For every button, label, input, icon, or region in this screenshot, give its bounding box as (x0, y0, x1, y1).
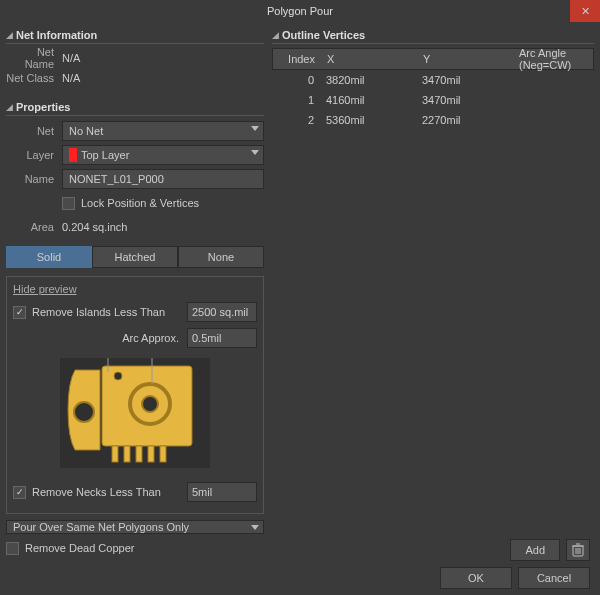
layer-combo-value: Top Layer (81, 149, 129, 161)
svg-point-4 (142, 396, 158, 412)
svg-rect-10 (160, 446, 166, 462)
name-input-value: NONET_L01_P000 (69, 173, 164, 185)
pour-over-value: Pour Over Same Net Polygons Only (13, 521, 189, 533)
lock-position-checkbox-row[interactable]: Lock Position & Vertices (62, 193, 199, 213)
arc-approx-label: Arc Approx. (32, 332, 187, 344)
net-name-value: N/A (62, 52, 80, 64)
arc-approx-input[interactable]: 0.5mil (187, 328, 257, 348)
vertices-table-header: Index X Y Arc Angle (Neg=CW) (272, 48, 594, 70)
net-label: Net (6, 125, 62, 137)
remove-islands-checkbox[interactable] (13, 306, 26, 319)
dialog-body: ◢ Net Information Net Name N/A Net Class… (0, 22, 600, 558)
section-outline-vertices[interactable]: ◢ Outline Vertices (272, 26, 594, 44)
remove-dead-copper-row[interactable]: Remove Dead Copper (6, 538, 264, 558)
titlebar: Polygon Pour ✕ (0, 0, 600, 22)
vertices-toolbar: Add (510, 539, 590, 561)
fill-mode-solid[interactable]: Solid (6, 246, 92, 268)
cancel-button[interactable]: Cancel (518, 567, 590, 589)
lock-position-checkbox[interactable] (62, 197, 75, 210)
area-label: Area (6, 221, 62, 233)
add-vertex-button[interactable]: Add (510, 539, 560, 561)
delete-vertex-button[interactable] (566, 539, 590, 561)
net-combo[interactable]: No Net (62, 121, 264, 141)
svg-rect-8 (136, 446, 142, 462)
fill-mode-none[interactable]: None (178, 246, 264, 268)
caret-icon: ◢ (6, 102, 16, 112)
svg-rect-7 (124, 446, 130, 462)
section-title: Net Information (16, 29, 97, 41)
col-x[interactable]: X (321, 49, 417, 69)
col-arc[interactable]: Arc Angle (Neg=CW) (513, 49, 593, 69)
preview-box: Hide preview Remove Islands Less Than 25… (6, 276, 264, 514)
svg-point-5 (114, 372, 122, 380)
table-row[interactable]: 2 5360mil 2270mil (272, 110, 594, 130)
section-title: Outline Vertices (282, 29, 365, 41)
table-row[interactable]: 1 4160mil 3470mil (272, 90, 594, 110)
fill-mode-segmented: Solid Hatched None (6, 246, 264, 268)
remove-necks-checkbox[interactable] (13, 486, 26, 499)
section-title: Properties (16, 101, 70, 113)
fill-mode-hatched[interactable]: Hatched (92, 246, 178, 268)
caret-icon: ◢ (272, 30, 282, 40)
chevron-down-icon (251, 126, 259, 131)
polygon-preview-image (13, 353, 257, 473)
trash-icon (572, 543, 584, 557)
net-class-label: Net Class (6, 72, 62, 84)
net-name-row: Net Name N/A (6, 48, 264, 68)
area-value: 0.204 sq.inch (62, 221, 127, 233)
net-class-value: N/A (62, 72, 80, 84)
caret-icon: ◢ (6, 30, 16, 40)
section-properties[interactable]: ◢ Properties (6, 98, 264, 116)
remove-necks-label: Remove Necks Less Than (32, 486, 187, 498)
remove-necks-input[interactable]: 5mil (187, 482, 257, 502)
section-net-information[interactable]: ◢ Net Information (6, 26, 264, 44)
svg-rect-6 (112, 446, 118, 462)
name-label: Name (6, 173, 62, 185)
chevron-down-icon (251, 525, 259, 530)
ok-button[interactable]: OK (440, 567, 512, 589)
remove-islands-label: Remove Islands Less Than (32, 306, 187, 318)
svg-rect-9 (148, 446, 154, 462)
dialog-title: Polygon Pour (267, 5, 333, 17)
layer-combo[interactable]: Top Layer (62, 145, 264, 165)
right-panel: ◢ Outline Vertices Index X Y Arc Angle (… (272, 26, 594, 558)
left-panel: ◢ Net Information Net Name N/A Net Class… (6, 26, 264, 558)
table-row[interactable]: 0 3820mil 3470mil (272, 70, 594, 90)
net-name-label: Net Name (6, 46, 62, 70)
chevron-down-icon (251, 150, 259, 155)
col-y[interactable]: Y (417, 49, 513, 69)
col-index[interactable]: Index (273, 49, 321, 69)
svg-point-2 (74, 402, 94, 422)
net-class-row: Net Class N/A (6, 68, 264, 88)
remove-dead-copper-checkbox[interactable] (6, 542, 19, 555)
close-icon: ✕ (581, 5, 590, 18)
pour-over-combo[interactable]: Pour Over Same Net Polygons Only (6, 520, 264, 534)
close-button[interactable]: ✕ (570, 0, 600, 22)
name-input[interactable]: NONET_L01_P000 (62, 169, 264, 189)
dialog-footer: OK Cancel (440, 567, 590, 589)
lock-position-label: Lock Position & Vertices (81, 197, 199, 209)
remove-islands-input[interactable]: 2500 sq.mil (187, 302, 257, 322)
hide-preview-link[interactable]: Hide preview (13, 283, 77, 295)
layer-label: Layer (6, 149, 62, 161)
layer-color-swatch (69, 148, 77, 162)
net-combo-value: No Net (69, 125, 103, 137)
remove-dead-copper-label: Remove Dead Copper (25, 542, 134, 554)
